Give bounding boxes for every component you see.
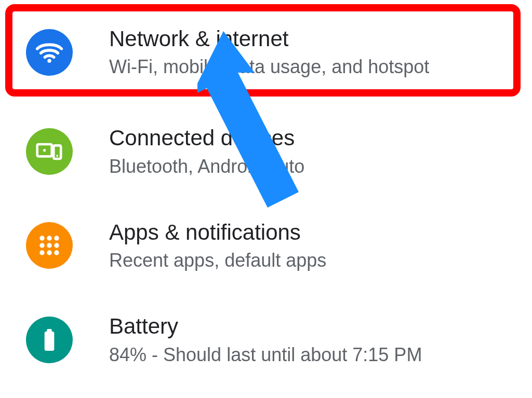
svg-point-7 bbox=[54, 236, 59, 241]
svg-point-6 bbox=[47, 236, 51, 241]
svg-point-12 bbox=[47, 251, 51, 255]
battery-icon bbox=[26, 317, 73, 363]
svg-rect-15 bbox=[47, 329, 51, 333]
devices-icon bbox=[26, 128, 73, 175]
svg-point-8 bbox=[39, 243, 44, 248]
item-text: Apps & notifications Recent apps, defaul… bbox=[109, 219, 326, 272]
item-title: Connected devices bbox=[109, 125, 304, 151]
settings-item-apps[interactable]: Apps & notifications Recent apps, defaul… bbox=[0, 199, 532, 293]
svg-point-4 bbox=[56, 155, 58, 157]
svg-point-11 bbox=[39, 251, 44, 255]
settings-list: Network & internet Wi-Fi, mobile, data u… bbox=[0, 0, 532, 387]
svg-rect-3 bbox=[54, 145, 61, 159]
item-title: Apps & notifications bbox=[109, 219, 326, 245]
item-subtitle: Wi-Fi, mobile, data usage, and hotspot bbox=[109, 55, 429, 78]
wifi-icon bbox=[26, 29, 73, 76]
svg-point-5 bbox=[39, 236, 44, 241]
svg-point-13 bbox=[54, 251, 59, 255]
svg-point-10 bbox=[54, 243, 59, 248]
item-text: Battery 84% - Should last until about 7:… bbox=[109, 313, 422, 366]
svg-point-9 bbox=[47, 243, 51, 248]
svg-rect-14 bbox=[45, 332, 55, 351]
item-title: Network & internet bbox=[109, 26, 429, 52]
svg-point-2 bbox=[43, 149, 46, 152]
item-subtitle: Bluetooth, Android Auto bbox=[109, 155, 304, 178]
item-title: Battery bbox=[109, 313, 422, 339]
item-text: Connected devices Bluetooth, Android Aut… bbox=[109, 125, 304, 177]
item-subtitle: 84% - Should last until about 7:15 PM bbox=[109, 343, 422, 366]
settings-item-connected-devices[interactable]: Connected devices Bluetooth, Android Aut… bbox=[0, 104, 532, 198]
settings-item-battery[interactable]: Battery 84% - Should last until about 7:… bbox=[0, 293, 532, 387]
apps-icon bbox=[26, 222, 73, 269]
settings-item-network[interactable]: Network & internet Wi-Fi, mobile, data u… bbox=[0, 0, 532, 104]
svg-point-0 bbox=[47, 59, 51, 62]
item-text: Network & internet Wi-Fi, mobile, data u… bbox=[109, 26, 429, 78]
item-subtitle: Recent apps, default apps bbox=[109, 249, 326, 272]
